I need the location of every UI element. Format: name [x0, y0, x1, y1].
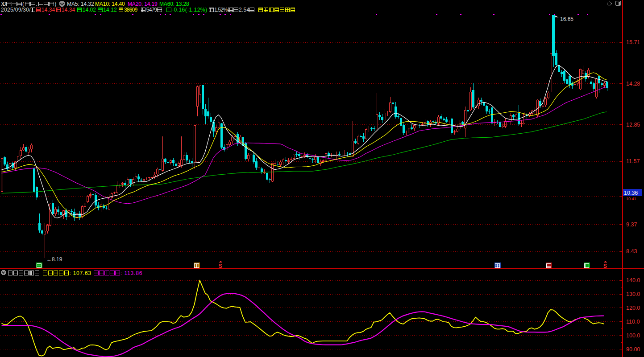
svg-text:140.0: 140.0 [626, 277, 640, 283]
svg-text:38609: 38609 [124, 7, 138, 13]
svg-text:XD: XD [1, 1, 6, 7]
svg-text:14.34: 14.34 [62, 7, 75, 13]
svg-text:): ) [54, 1, 56, 7]
svg-text:11.57: 11.57 [626, 158, 640, 164]
svg-text:: 113.86: : 113.86 [120, 270, 142, 276]
svg-text:S: S [603, 263, 607, 269]
svg-text:MA20: 14.19: MA20: 14.19 [128, 1, 158, 7]
svg-text:2025/09/30/: 2025/09/30/ [1, 7, 31, 13]
svg-text:12.85: 12.85 [626, 122, 640, 128]
svg-text:2.54: 2.54 [239, 7, 250, 13]
svg-text:14.02: 14.02 [83, 7, 96, 13]
svg-text:-0.16(-1.12%): -0.16(-1.12%) [172, 7, 207, 13]
svg-text:S: S [219, 263, 222, 269]
svg-text:14.12: 14.12 [103, 7, 117, 13]
svg-text:MA10: 14.40: MA10: 14.40 [95, 1, 125, 7]
svg-text:100.0: 100.0 [626, 332, 640, 339]
svg-text:14.34: 14.34 [42, 7, 55, 13]
svg-text:←8.19: ←8.19 [46, 256, 62, 263]
svg-text:5479: 5479 [146, 7, 158, 13]
svg-text:MA60: 13.28: MA60: 13.28 [159, 1, 189, 7]
svg-text:8.43: 8.43 [626, 248, 637, 254]
svg-text:14.28: 14.28 [626, 81, 640, 87]
svg-text:10.41: 10.41 [626, 197, 636, 201]
svg-text:130.0: 130.0 [626, 291, 640, 297]
svg-text:MA5: 14.32: MA5: 14.32 [67, 1, 94, 7]
svg-text:120.0: 120.0 [626, 305, 640, 311]
svg-text:110.0: 110.0 [626, 319, 640, 325]
svg-text:.: . [36, 1, 37, 7]
svg-text:16.65: 16.65 [560, 16, 573, 22]
svg-text:15.71: 15.71 [626, 39, 640, 45]
svg-text:10.36: 10.36 [624, 190, 638, 196]
svg-text:: 107.63: : 107.63 [70, 270, 91, 276]
svg-text:90.00: 90.00 [626, 346, 640, 353]
svg-text:(: ( [22, 1, 24, 7]
svg-text:1.52%: 1.52% [214, 7, 228, 13]
svg-text:9.37: 9.37 [626, 222, 637, 228]
